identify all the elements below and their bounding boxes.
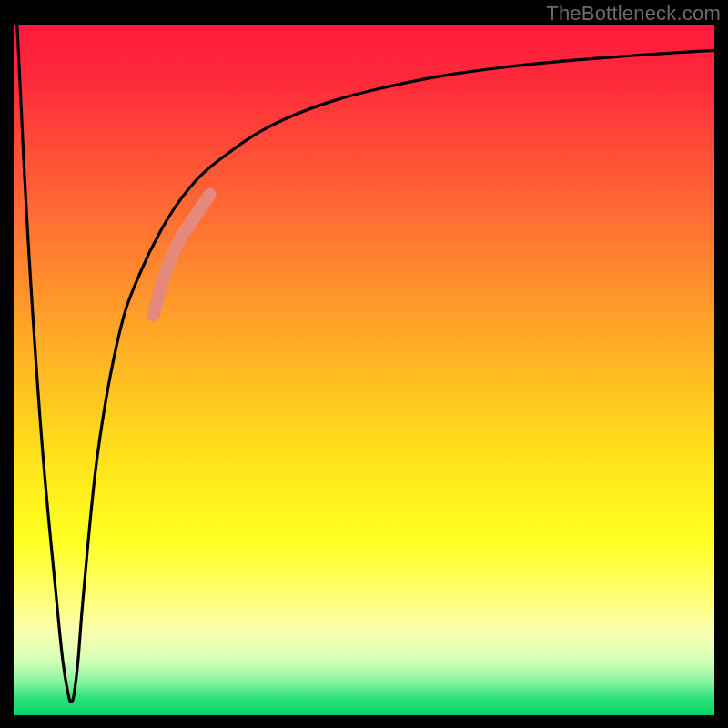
watermark-text: TheBottleneck.com (546, 2, 721, 25)
chart-frame: TheBottleneck.com (0, 0, 728, 728)
highlight-segment (154, 195, 210, 316)
plot-area (14, 25, 714, 715)
curve-svg (14, 25, 714, 715)
bottleneck-curve (17, 25, 714, 702)
